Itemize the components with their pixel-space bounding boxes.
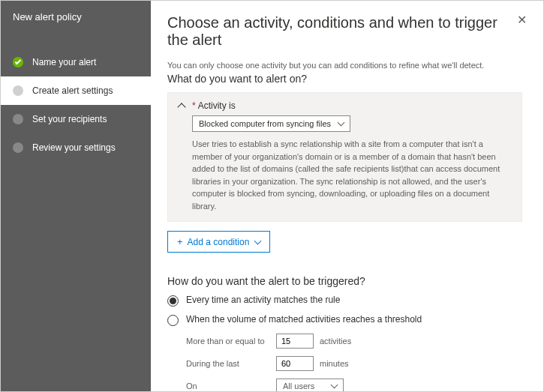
close-button[interactable]: ✕ xyxy=(517,13,527,27)
step-label: Name your alert xyxy=(32,57,96,67)
radio-label: Every time an activity matches the rule xyxy=(186,295,340,305)
chevron-up-icon xyxy=(177,103,185,111)
plus-icon: + xyxy=(177,236,183,247)
activity-section-label: What do you want to alert on? xyxy=(167,73,522,85)
step-indicator-icon xyxy=(13,85,23,96)
wizard-sidebar: New alert policy Name your alert Create … xyxy=(1,1,151,391)
chevron-down-icon xyxy=(331,382,338,389)
check-icon xyxy=(13,57,23,67)
chevron-down-icon xyxy=(338,119,345,127)
step-create-alert-settings[interactable]: Create alert settings xyxy=(1,76,151,105)
trigger-option-every-time[interactable]: Every time an activity matches the rule xyxy=(167,295,522,307)
threshold-on-select[interactable]: All users xyxy=(276,379,344,391)
chevron-down-icon xyxy=(254,237,262,244)
page-title: Choose an activity, conditions and when … xyxy=(167,14,522,49)
activity-selected-value: Blocked computer from syncing files xyxy=(199,119,331,128)
required-asterisk: * xyxy=(192,100,196,111)
main-panel: ✕ Choose an activity, conditions and whe… xyxy=(151,1,543,391)
threshold-window-label: During the last xyxy=(186,359,276,368)
threshold-count-label: More than or equal to xyxy=(186,337,276,346)
trigger-section-label: How do you want the alert to be triggere… xyxy=(167,275,522,287)
step-set-your-recipients[interactable]: Set your recipients xyxy=(1,105,151,133)
activity-description: User tries to establish a sync relations… xyxy=(192,138,511,212)
wizard-steps: Name your alert Create alert settings Se… xyxy=(1,48,151,162)
threshold-fields: More than or equal to activities During … xyxy=(186,334,522,391)
step-name-your-alert[interactable]: Name your alert xyxy=(1,48,151,76)
activity-box: * Activity is Blocked computer from sync… xyxy=(167,92,522,222)
step-label: Create alert settings xyxy=(32,85,113,96)
radio-label: When the volume of matched activities re… xyxy=(186,314,422,325)
add-condition-button[interactable]: + Add a condition xyxy=(167,231,270,253)
trigger-section: How do you want the alert to be triggere… xyxy=(167,275,522,391)
activity-header[interactable]: * Activity is xyxy=(179,100,511,111)
threshold-window-unit: minutes xyxy=(320,359,349,368)
step-indicator-icon xyxy=(13,114,23,124)
sidebar-title: New alert policy xyxy=(1,1,151,31)
step-indicator-icon xyxy=(13,142,23,153)
step-review-your-settings[interactable]: Review your settings xyxy=(1,133,151,162)
add-condition-label: Add a condition xyxy=(188,237,250,247)
radio-icon[interactable] xyxy=(167,315,179,326)
threshold-window-input[interactable] xyxy=(276,356,314,371)
threshold-on-label: On xyxy=(186,382,276,391)
activity-field-label: Activity is xyxy=(198,100,236,111)
activity-dropdown[interactable]: Blocked computer from syncing files xyxy=(192,115,350,132)
step-label: Set your recipients xyxy=(32,114,107,124)
page-hint: You can only choose one activity but you… xyxy=(167,61,522,70)
select-value: All users xyxy=(283,382,314,391)
step-label: Review your settings xyxy=(32,142,116,153)
trigger-option-threshold[interactable]: When the volume of matched activities re… xyxy=(167,314,522,326)
radio-icon[interactable] xyxy=(167,295,179,307)
threshold-count-input[interactable] xyxy=(276,334,314,349)
threshold-count-unit: activities xyxy=(320,337,351,346)
